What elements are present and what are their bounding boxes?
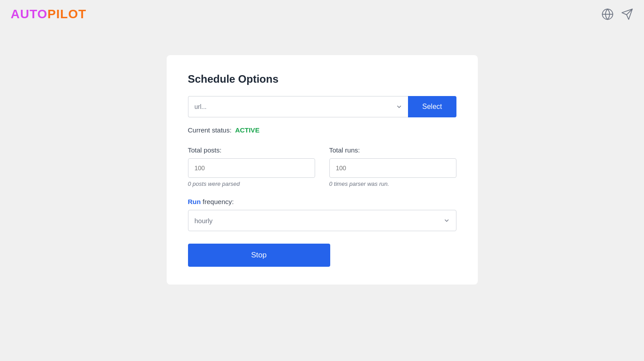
- total-runs-group: Total runs: 0 times parser was run.: [329, 146, 456, 187]
- frequency-label: Run frequency:: [188, 198, 456, 205]
- header: AUTOPILOT: [0, 0, 644, 28]
- select-row: url... Select: [188, 96, 456, 117]
- total-posts-label: Total posts:: [188, 146, 315, 154]
- globe-icon[interactable]: [601, 8, 614, 20]
- stop-button[interactable]: Stop: [188, 244, 330, 267]
- status-value: ACTIVE: [235, 126, 260, 134]
- logo-auto: AUTO: [11, 7, 48, 21]
- total-posts-input[interactable]: [188, 158, 315, 178]
- total-runs-hint: 0 times parser was run.: [329, 180, 456, 187]
- send-icon[interactable]: [621, 8, 633, 20]
- main-content: Schedule Options url... Select Current s…: [0, 28, 644, 285]
- select-button[interactable]: Select: [408, 96, 456, 117]
- schedule-card: Schedule Options url... Select Current s…: [167, 55, 478, 285]
- url-dropdown-container: url...: [188, 96, 408, 117]
- status-row: Current status: ACTIVE: [188, 126, 456, 134]
- url-dropdown[interactable]: url...: [188, 96, 408, 117]
- frequency-label-run: Run: [188, 198, 201, 205]
- logo: AUTOPILOT: [11, 7, 86, 21]
- total-runs-label: Total runs:: [329, 146, 456, 154]
- total-posts-hint: 0 posts were parsed: [188, 180, 315, 187]
- frequency-select[interactable]: hourly daily weekly: [188, 210, 456, 231]
- header-icons: [601, 8, 633, 20]
- frequency-section: Run frequency: hourly daily weekly: [188, 198, 456, 231]
- logo-pilot: PILOT: [48, 7, 86, 21]
- total-posts-group: Total posts: 0 posts were parsed: [188, 146, 315, 187]
- stats-row: Total posts: 0 posts were parsed Total r…: [188, 146, 456, 187]
- status-label: Current status:: [188, 126, 232, 134]
- page-title: Schedule Options: [188, 73, 456, 85]
- total-runs-input[interactable]: [329, 158, 456, 178]
- frequency-label-text: frequency:: [203, 198, 234, 205]
- frequency-select-container: hourly daily weekly: [188, 210, 456, 231]
